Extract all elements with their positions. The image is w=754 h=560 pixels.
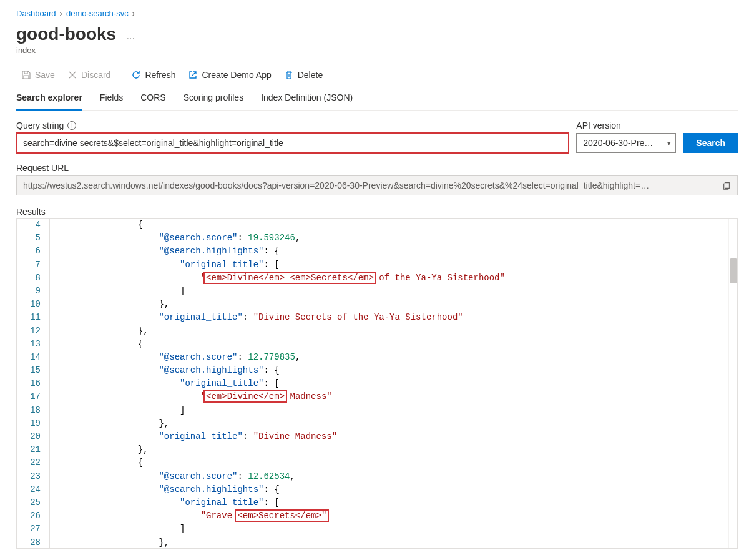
tab-fields[interactable]: Fields	[100, 89, 123, 111]
more-icon[interactable]: …	[126, 25, 135, 41]
tab-scoring-profiles[interactable]: Scoring profiles	[184, 89, 244, 111]
query-string-input[interactable]	[16, 133, 569, 153]
refresh-label: Refresh	[145, 70, 175, 80]
tab-index-definition[interactable]: Index Definition (JSON)	[261, 89, 353, 111]
breadcrumb-service[interactable]: demo-search-svc	[66, 9, 129, 18]
tab-search-explorer[interactable]: Search explorer	[16, 89, 82, 111]
refresh-button[interactable]: Refresh	[126, 67, 180, 82]
delete-button[interactable]: Delete	[279, 67, 328, 82]
results-label: Results	[16, 207, 738, 217]
discard-label: Discard	[81, 70, 110, 80]
breadcrumb: Dashboard › demo-search-svc ›	[16, 0, 738, 22]
chevron-right-icon: ›	[132, 9, 135, 18]
create-demo-app-label: Create Demo App	[202, 70, 271, 80]
minimap-scrollbar[interactable]	[728, 219, 737, 548]
save-icon	[21, 70, 31, 80]
page-title: good-books	[16, 24, 116, 44]
results-editor[interactable]: 4567891011121314151617181920212223242526…	[16, 218, 738, 549]
discard-icon	[67, 70, 77, 80]
request-url-label: Request URL	[16, 163, 738, 173]
resource-type-label: index	[16, 46, 738, 55]
request-url-display: https://westus2.search.windows.net/index…	[16, 175, 738, 195]
code-content: { "@search.score": 19.593246, "@search.h…	[75, 219, 728, 548]
tab-cors[interactable]: CORS	[140, 89, 165, 111]
info-icon[interactable]: i	[67, 121, 76, 130]
line-number-gutter: 4567891011121314151617181920212223242526…	[17, 219, 49, 548]
tab-bar: Search explorer Fields CORS Scoring prof…	[16, 89, 738, 111]
query-string-label: Query string i	[16, 120, 569, 130]
api-version-label: API version	[576, 120, 676, 130]
refresh-icon	[131, 70, 141, 80]
discard-button: Discard	[62, 67, 115, 82]
create-demo-app-button[interactable]: Create Demo App	[183, 67, 276, 82]
copy-icon[interactable]	[722, 181, 731, 190]
search-button[interactable]: Search	[683, 133, 738, 153]
api-version-select[interactable]: 2020-06-30-Pre… ▾	[576, 133, 676, 153]
chevron-right-icon: ›	[60, 9, 62, 18]
save-button: Save	[16, 67, 60, 82]
save-label: Save	[35, 70, 55, 80]
command-bar: Save Discard Refresh Create Demo App Del…	[16, 65, 738, 89]
delete-label: Delete	[298, 70, 323, 80]
breadcrumb-dashboard[interactable]: Dashboard	[16, 9, 56, 18]
external-link-icon	[188, 70, 198, 80]
request-url-text: https://westus2.search.windows.net/index…	[23, 180, 717, 190]
trash-icon	[284, 70, 294, 80]
